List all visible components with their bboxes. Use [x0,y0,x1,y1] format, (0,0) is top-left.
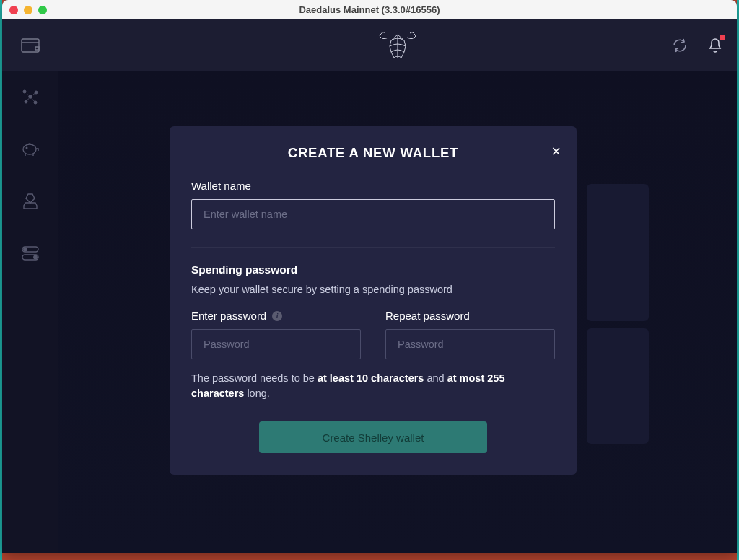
sync-icon [672,38,688,53]
titlebar-title: Daedalus Mainnet (3.3.0#16556) [2,4,737,15]
background-card [587,328,649,444]
sidebar [2,19,58,553]
header [58,19,737,71]
window-controls [9,6,47,14]
repeat-password-label: Repeat password [385,310,555,322]
enter-password-input[interactable] [191,329,361,359]
piggy-icon [22,141,39,157]
create-wallet-button[interactable]: Create Shelley wallet [259,421,487,453]
notifications-button[interactable] [708,38,722,53]
wallet-icon [21,38,40,53]
titlebar: Daedalus Mainnet (3.3.0#16556) [2,0,737,19]
app-window: Daedalus Mainnet (3.3.0#16556) [2,0,737,553]
wallet-name-label: Wallet name [191,180,555,192]
wallet-name-input[interactable] [191,199,555,229]
sidebar-item-voting[interactable] [2,175,58,227]
repeat-password-input[interactable] [385,329,555,359]
create-wallet-modal: × CREATE A NEW WALLET Wallet name Spendi… [170,126,577,475]
password-hint: The password needs to be at least 10 cha… [191,371,555,401]
sidebar-item-delegation[interactable] [2,71,58,123]
daedalus-logo [378,29,417,62]
info-icon[interactable]: i [272,311,282,321]
minimize-window-button[interactable] [24,6,32,14]
divider [191,247,555,248]
modal-title: CREATE A NEW WALLET [191,145,555,161]
spending-password-title: Spending password [191,263,555,276]
voting-icon [22,193,38,210]
svg-point-6 [23,144,36,154]
maximize-window-button[interactable] [38,6,47,14]
network-icon [19,87,41,108]
spending-password-subtitle: Keep your wallet secure by setting a spe… [191,284,555,295]
svg-point-11 [34,255,37,258]
toggles-icon [22,246,39,261]
sync-button[interactable] [672,38,688,53]
sidebar-item-staking[interactable] [2,123,58,175]
sidebar-item-wallet[interactable] [2,19,58,71]
sidebar-item-settings[interactable] [2,227,58,279]
enter-password-label: Enter password [191,310,266,322]
svg-point-9 [24,248,27,250]
svg-point-7 [26,147,27,149]
background-card [587,184,649,321]
modal-close-button[interactable]: × [551,144,561,159]
close-window-button[interactable] [9,6,18,14]
notification-dot [720,35,725,40]
